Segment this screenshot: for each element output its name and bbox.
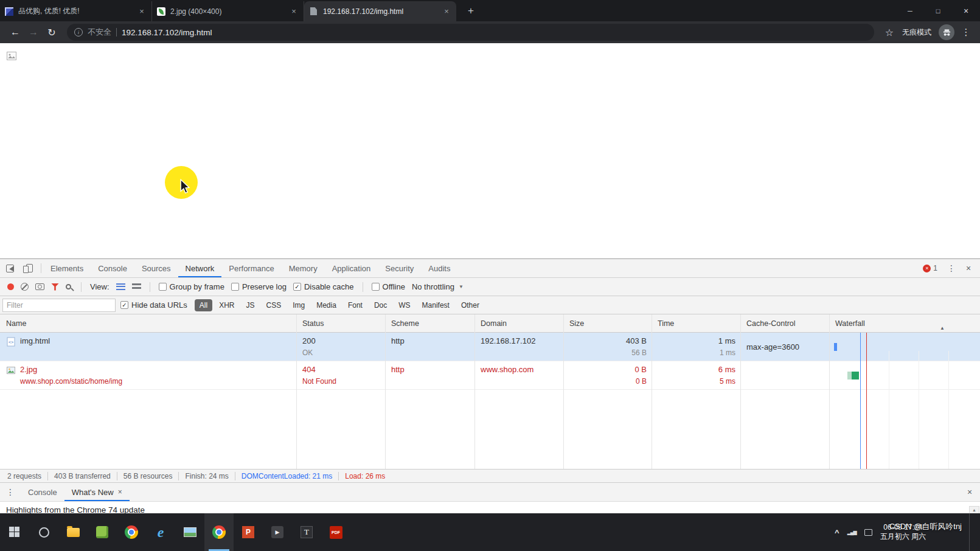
column-divider[interactable]	[740, 314, 741, 469]
devtools-tab-network[interactable]: Network	[178, 259, 222, 277]
devtools-tab-audits[interactable]: Audits	[421, 259, 457, 277]
show-overview-icon[interactable]	[132, 283, 141, 290]
type-filter-ws[interactable]: WS	[394, 299, 415, 311]
tab-close-icon[interactable]: ×	[442, 7, 451, 16]
checkbox[interactable]: ✓	[372, 283, 380, 291]
forward-button[interactable]: →	[24, 24, 43, 41]
type-filter-doc[interactable]: Doc	[369, 299, 392, 311]
column-header-waterfall[interactable]: Waterfall ▲	[829, 319, 980, 328]
column-divider[interactable]	[385, 314, 386, 469]
filter-funnel-icon[interactable]	[51, 283, 59, 291]
incognito-avatar[interactable]	[939, 24, 954, 40]
address-bar[interactable]: i 不安全 192.168.17.102/img.html	[67, 24, 874, 41]
column-divider[interactable]	[563, 314, 564, 469]
type-filter-all[interactable]: All	[195, 299, 212, 311]
back-button[interactable]: ←	[6, 24, 24, 41]
show-desktop-button[interactable]	[969, 513, 973, 551]
column-header-status[interactable]: Status	[296, 319, 385, 328]
record-button[interactable]	[7, 283, 14, 290]
window-minimize-button[interactable]: ─	[896, 0, 924, 21]
type-filter-js[interactable]: JS	[241, 299, 259, 311]
hide-data-urls-checkbox[interactable]: ✓ Hide data URLs	[120, 300, 187, 310]
devtools-tab-memory[interactable]: Memory	[282, 259, 325, 277]
column-divider[interactable]	[829, 314, 830, 469]
throttling-dropdown[interactable]: No throttling ▼	[412, 282, 464, 291]
search-icon[interactable]	[66, 284, 71, 289]
inspect-element-button[interactable]	[0, 259, 19, 277]
taskbar-notepadpp[interactable]	[88, 513, 117, 551]
devtools-tab-performance[interactable]: Performance	[221, 259, 281, 277]
request-row-img-html[interactable]: <> img.html 200 OK http	[0, 333, 980, 361]
type-filter-media[interactable]: Media	[311, 299, 341, 311]
taskbar-media-player[interactable]: ▶	[263, 513, 292, 551]
column-divider[interactable]	[296, 314, 297, 469]
start-button[interactable]	[0, 513, 29, 551]
tray-expand-chevron-icon[interactable]: ^	[835, 528, 839, 537]
devtools-close-icon[interactable]: ×	[961, 263, 976, 273]
column-header-name[interactable]: Name	[0, 319, 296, 328]
drawer-tab-console[interactable]: Console	[21, 483, 64, 501]
taskbar-chrome[interactable]	[117, 513, 146, 551]
group-by-frame-checkbox[interactable]: ✓ Group by frame	[159, 282, 224, 291]
type-filter-css[interactable]: CSS	[261, 299, 286, 311]
checkbox[interactable]: ✓	[231, 283, 239, 291]
device-toolbar-button[interactable]	[19, 259, 39, 277]
column-header-size[interactable]: Size	[563, 319, 652, 328]
request-row-2jpg[interactable]: 2.jpg www.shop.com/static/home/img 404 N…	[0, 361, 980, 390]
type-filter-manifest[interactable]: Manifest	[417, 299, 454, 311]
screenshot-camera-icon[interactable]	[35, 283, 44, 290]
devtools-tab-sources[interactable]: Sources	[134, 259, 178, 277]
offline-checkbox[interactable]: ✓ Offline	[372, 282, 405, 291]
taskbar-chrome-active[interactable]	[204, 513, 234, 551]
taskbar-search-button[interactable]	[29, 513, 58, 551]
column-header-time[interactable]: Time	[652, 319, 740, 328]
taskbar-internet-explorer[interactable]: e	[146, 513, 175, 551]
column-divider[interactable]	[474, 314, 475, 469]
tray-status-icon[interactable]	[864, 529, 872, 536]
type-filter-xhr[interactable]: XHR	[214, 299, 239, 311]
tab-close-icon[interactable]: ×	[289, 7, 299, 16]
column-header-cache-control[interactable]: Cache-Control	[740, 319, 829, 328]
clear-button[interactable]	[21, 283, 29, 291]
taskbar-file-explorer[interactable]	[58, 513, 88, 551]
window-close-button[interactable]: ×	[952, 0, 980, 21]
filter-input[interactable]	[2, 299, 116, 312]
tab-img-html-active[interactable]: 192.168.17.102/img.html ×	[304, 1, 456, 21]
checkbox[interactable]: ✓	[120, 301, 128, 309]
tab-close-icon[interactable]: ×	[137, 7, 147, 16]
column-divider[interactable]	[652, 314, 652, 469]
column-header-scheme[interactable]: Scheme	[385, 319, 474, 328]
drawer-tab-close-icon[interactable]: ×	[118, 488, 122, 496]
devtools-tab-application[interactable]: Application	[325, 259, 378, 277]
type-filter-font[interactable]: Font	[343, 299, 367, 311]
error-badge[interactable]: × 1	[923, 264, 937, 272]
devtools-tab-security[interactable]: Security	[378, 259, 421, 277]
page-info-icon[interactable]: i	[74, 28, 83, 36]
devtools-tab-console[interactable]: Console	[91, 259, 134, 277]
devtools-tab-elements[interactable]: Elements	[43, 259, 91, 277]
use-large-rows-icon[interactable]	[116, 283, 125, 290]
checkbox[interactable]: ✓	[293, 283, 301, 291]
drawer-tab-whats-new[interactable]: What's New ×	[64, 483, 130, 501]
column-header-domain[interactable]: Domain	[474, 319, 563, 328]
checkbox[interactable]: ✓	[159, 283, 167, 291]
new-tab-button[interactable]: +	[462, 2, 479, 19]
devtools-menu-kebab-icon[interactable]: ⋮	[944, 263, 959, 273]
disable-cache-checkbox[interactable]: ✓ Disable cache	[293, 282, 354, 291]
reload-button[interactable]: ↻	[43, 24, 61, 41]
drawer-close-icon[interactable]: ×	[959, 483, 980, 501]
taskbar-typora[interactable]: T	[292, 513, 321, 551]
preserve-log-checkbox[interactable]: ✓ Preserve log	[231, 282, 287, 291]
type-filter-other[interactable]: Other	[456, 299, 484, 311]
tab-pinyougou[interactable]: 品优购, 优质! 优质! ×	[0, 1, 152, 21]
taskbar-pdf-reader[interactable]: PDF	[321, 513, 350, 551]
bookmark-star-icon[interactable]: ☆	[885, 27, 894, 38]
taskbar-photos[interactable]	[175, 513, 204, 551]
tab-2jpg[interactable]: 2.jpg (400×400) ×	[152, 1, 304, 21]
drawer-menu-kebab-icon[interactable]: ⋮	[0, 483, 21, 501]
browser-menu-kebab-icon[interactable]: ⋮	[958, 27, 974, 38]
type-filter-img[interactable]: Img	[288, 299, 310, 311]
network-signal-icon[interactable]: ▂▄▆	[847, 530, 857, 535]
taskbar-powerpoint[interactable]: P	[234, 513, 263, 551]
window-maximize-button[interactable]: □	[924, 0, 952, 21]
